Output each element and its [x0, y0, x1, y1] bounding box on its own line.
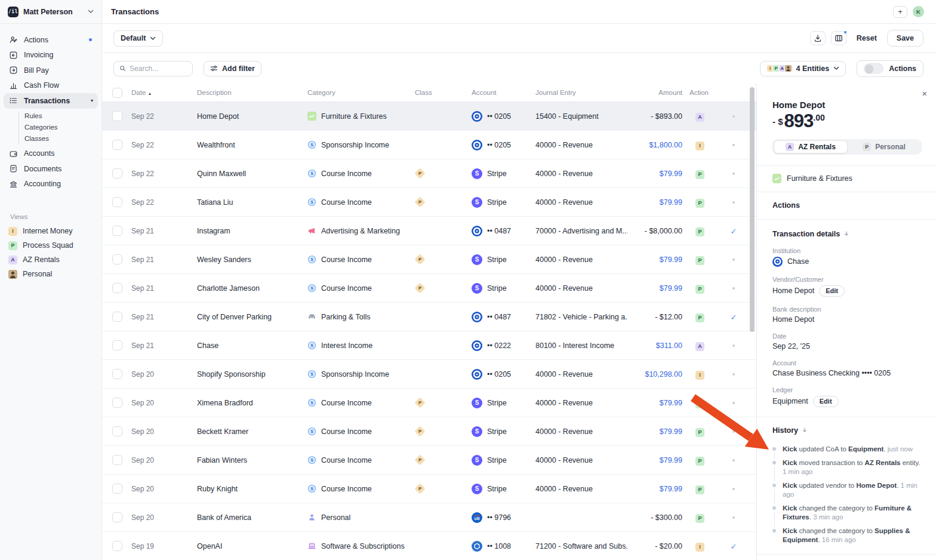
row-checkbox[interactable]: [112, 369, 122, 379]
cell-action[interactable]: [732, 430, 735, 433]
category-row[interactable]: Furniture & Fixtures: [772, 166, 922, 192]
column-header-amount[interactable]: Amount: [658, 89, 687, 96]
row-checkbox[interactable]: [112, 111, 122, 121]
download-button[interactable]: [810, 31, 826, 45]
row-checkbox[interactable]: [112, 226, 122, 236]
column-header-account[interactable]: Account: [472, 89, 535, 96]
column-header-journal-entry[interactable]: Journal Entry: [535, 89, 627, 96]
sidebar-item-actions[interactable]: Actions: [4, 32, 98, 48]
cell-action[interactable]: [732, 201, 735, 204]
sidebar-item-documents[interactable]: Documents: [4, 161, 98, 177]
cell-description: Ruby Knight: [197, 485, 307, 493]
view-item-az-rentals[interactable]: AAZ Rentals: [4, 253, 98, 267]
table-row-tatiana-liu[interactable]: Sep 22Tatiana Liu$Course IncomePSStripe4…: [102, 188, 756, 217]
entity-tab-az-rentals[interactable]: AAZ Rentals: [774, 140, 848, 153]
cell-action[interactable]: [732, 144, 735, 146]
row-checkbox[interactable]: [112, 541, 122, 551]
row-checkbox[interactable]: [112, 312, 122, 322]
row-checkbox[interactable]: [112, 283, 122, 293]
history-header[interactable]: History: [772, 426, 922, 435]
table-row-openai[interactable]: Sep 19OpenAISoftware & Subscriptions•• 1…: [102, 532, 756, 560]
sidebar-item-cash-flow[interactable]: Cash Flow: [4, 78, 98, 94]
table-row-quinn-maxwell[interactable]: Sep 22Quinn Maxwell$Course IncomePSStrip…: [102, 159, 756, 188]
table-row-charlotte-jameson[interactable]: Sep 21Charlotte Jameson$Course IncomePSS…: [102, 274, 756, 303]
reset-button[interactable]: Reset: [852, 34, 882, 42]
cell-action[interactable]: [732, 115, 735, 118]
sidebar-item-invoicing[interactable]: Invoicing: [4, 48, 98, 63]
cell-entity: P: [687, 225, 711, 236]
toggle-switch[interactable]: [864, 63, 883, 74]
row-checkbox[interactable]: [112, 168, 122, 179]
table-row-bank-of-america[interactable]: Sep 20Bank of AmericaPersonalciti•• 9796…: [102, 503, 756, 532]
cell-action[interactable]: [732, 287, 735, 290]
cell-action[interactable]: [732, 402, 735, 404]
table-row-city-of-denver-parking[interactable]: Sep 21City of Denver ParkingParking & To…: [102, 303, 756, 331]
table-row-home-depot[interactable]: Sep 22Home DepotFurniture & Fixtures•• 0…: [102, 102, 756, 131]
cell-action[interactable]: [732, 259, 735, 261]
save-button[interactable]: Save: [887, 30, 923, 47]
column-header-class[interactable]: Class: [415, 89, 472, 96]
search-input[interactable]: [130, 64, 187, 73]
add-new-button[interactable]: +: [893, 6, 907, 18]
actions-toggle[interactable]: Actions: [857, 60, 923, 77]
workspace-switcher[interactable]: /il Matt Peterson: [0, 0, 101, 24]
view-item-internet-money[interactable]: IInternet Money: [4, 224, 98, 238]
cell-action[interactable]: ✓: [731, 541, 737, 552]
columns-button[interactable]: [831, 31, 846, 45]
column-header-action[interactable]: Action: [689, 89, 709, 96]
check-icon: ✓: [731, 227, 737, 236]
table-row-ximena-bradford[interactable]: Sep 20Ximena Bradford$Course IncomePSStr…: [102, 389, 756, 417]
cell-action[interactable]: [732, 373, 735, 376]
column-header-description[interactable]: Description: [197, 89, 307, 96]
add-filter-button[interactable]: Add filter: [204, 61, 261, 76]
scrollbar[interactable]: [750, 87, 755, 332]
column-header-category[interactable]: Category: [307, 89, 415, 96]
view-selector-dropdown[interactable]: Default: [113, 30, 163, 47]
close-icon[interactable]: ×: [922, 89, 927, 98]
transaction-details-header[interactable]: Transaction details: [772, 230, 922, 238]
sidebar-item-accounting[interactable]: Accounting: [4, 177, 98, 192]
entities-dropdown[interactable]: IPA 4 Entities: [760, 61, 846, 76]
cell-account: •• 1008: [472, 541, 535, 552]
table-row-wesley-sanders[interactable]: Sep 21Wesley Sanders$Course IncomePSStri…: [102, 245, 756, 274]
sidebar-subitem-rules[interactable]: Rules: [24, 111, 98, 121]
column-header-date[interactable]: Date ▲: [131, 89, 197, 96]
table-row-wealthfront[interactable]: Sep 22Wealthfront$Sponsorship Income•• 0…: [102, 131, 756, 159]
row-checkbox[interactable]: [112, 484, 122, 494]
cell-action[interactable]: ✓: [731, 312, 737, 322]
table-row-fabian-winters[interactable]: Sep 20Fabian Winters$Course IncomePSStri…: [102, 446, 756, 475]
sidebar-item-bill-pay[interactable]: Bill Pay: [4, 63, 98, 78]
user-avatar[interactable]: K: [913, 6, 924, 17]
row-checkbox[interactable]: [112, 340, 122, 350]
cell-action[interactable]: [732, 488, 735, 490]
sidebar-item-accounts[interactable]: Accounts: [4, 146, 98, 162]
row-checkbox[interactable]: [112, 512, 122, 522]
cell-action[interactable]: [732, 173, 735, 175]
sidebar-item-transactions[interactable]: Transactions▾: [4, 93, 98, 109]
table-row-instagram[interactable]: Sep 21InstagramAdvertising & Marketing••…: [102, 217, 756, 245]
row-checkbox[interactable]: [112, 455, 122, 465]
cell-action[interactable]: [732, 344, 735, 347]
edit-ledger-button[interactable]: Edit: [813, 396, 839, 407]
row-checkbox[interactable]: [112, 254, 122, 264]
row-checkbox[interactable]: [112, 197, 122, 207]
row-checkbox[interactable]: [112, 426, 122, 436]
table-row-beckett-kramer[interactable]: Sep 20Beckett Kramer$Course IncomePSStri…: [102, 417, 756, 446]
citi-account-icon: citi: [472, 512, 482, 523]
entity-tab-personal[interactable]: PPersonal: [848, 140, 920, 153]
sidebar-subitem-categories[interactable]: Categories: [24, 122, 98, 133]
view-item-process-squad[interactable]: PProcess Squad: [4, 238, 98, 253]
cell-action[interactable]: ✓: [731, 226, 737, 236]
sidebar-subitem-classes[interactable]: Classes: [24, 134, 98, 144]
view-item-personal[interactable]: Personal: [4, 267, 98, 281]
table-row-ruby-knight[interactable]: Sep 20Ruby Knight$Course IncomePSStripe4…: [102, 475, 756, 503]
table-row-chase[interactable]: Sep 21Chase$Interest Income•• 022280100 …: [102, 331, 756, 360]
stripe-account-icon: S: [472, 455, 482, 466]
cell-action[interactable]: [732, 516, 735, 519]
select-all-checkbox[interactable]: [112, 88, 122, 98]
edit-vendor-customer-button[interactable]: Edit: [819, 285, 845, 297]
row-checkbox[interactable]: [112, 140, 122, 150]
table-row-shopify-sponsorship[interactable]: Sep 20Shopify Sponsorship$Sponsorship In…: [102, 360, 756, 389]
row-checkbox[interactable]: [112, 398, 122, 408]
cell-action[interactable]: [732, 459, 735, 461]
